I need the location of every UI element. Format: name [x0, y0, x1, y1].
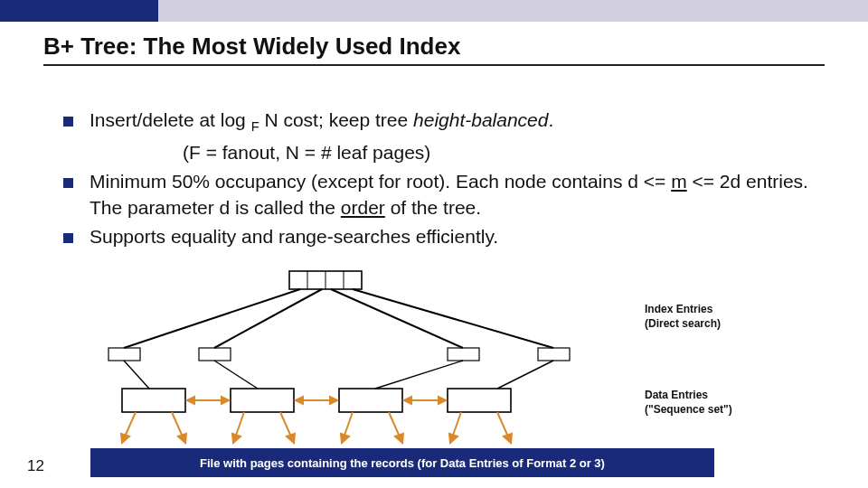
text-line: Index Entries	[645, 303, 712, 315]
page-title: B+ Tree: The Most Widely Used Index	[43, 33, 825, 66]
svg-marker-21	[222, 397, 229, 404]
svg-line-5	[214, 289, 322, 348]
bullet-square-icon	[63, 178, 73, 188]
text-fragment: N cost; keep tree	[259, 109, 413, 130]
svg-marker-38	[341, 434, 349, 443]
svg-marker-32	[178, 434, 186, 443]
svg-line-15	[497, 361, 553, 389]
subscript: F	[251, 119, 259, 134]
svg-rect-16	[122, 389, 185, 412]
underline-text: m	[671, 171, 687, 192]
bullet-square-icon	[63, 117, 73, 127]
indented-note: (F = fanout, N = # leaf pages)	[183, 140, 832, 165]
svg-marker-22	[187, 397, 194, 404]
bullet-square-icon	[63, 233, 73, 243]
svg-marker-44	[504, 434, 512, 443]
text-fragment: of the tree.	[385, 197, 481, 218]
svg-line-14	[375, 361, 463, 389]
bullet-list: Insert/delete at log F N cost; keep tree…	[0, 71, 868, 249]
text-fragment: .	[548, 109, 553, 130]
svg-line-12	[124, 361, 149, 389]
bullet-item: Supports equality and range-searches eff…	[63, 224, 832, 249]
text-fragment: Minimum 50% occupancy (except for root).…	[90, 171, 671, 192]
bullet-item: Insert/delete at log F N cost; keep tree…	[63, 108, 832, 136]
svg-line-4	[124, 289, 300, 348]
svg-line-13	[214, 361, 258, 389]
svg-marker-25	[296, 397, 303, 404]
svg-marker-34	[232, 434, 241, 443]
bullet-text: Supports equality and range-searches eff…	[90, 224, 498, 249]
svg-rect-10	[448, 348, 479, 361]
text-fragment: Insert/delete at log	[90, 109, 251, 130]
label-data-entries: Data Entries ("Sequence set")	[645, 389, 732, 417]
title-area: B+ Tree: The Most Widely Used Index	[0, 22, 868, 71]
svg-marker-30	[121, 434, 129, 443]
header-blue-block	[0, 0, 158, 22]
svg-rect-17	[231, 389, 294, 412]
svg-marker-27	[439, 397, 446, 404]
svg-rect-18	[339, 389, 402, 412]
underline-text: order	[341, 197, 385, 218]
svg-marker-28	[404, 397, 411, 404]
svg-line-7	[353, 289, 553, 348]
svg-marker-24	[330, 397, 337, 404]
italic-text: height-balanced	[413, 109, 548, 130]
svg-rect-19	[448, 389, 511, 412]
svg-marker-40	[395, 434, 403, 443]
footer-bar: File with pages containing the records (…	[90, 448, 714, 477]
svg-rect-8	[108, 348, 140, 361]
bullet-text: Minimum 50% occupancy (except for root).…	[90, 169, 832, 221]
text-line: ("Sequence set")	[645, 403, 732, 416]
bullet-text: Insert/delete at log F N cost; keep tree…	[90, 108, 553, 136]
bullet-item: Minimum 50% occupancy (except for root).…	[63, 169, 832, 221]
svg-rect-11	[538, 348, 570, 361]
footer-text: File with pages containing the records (…	[200, 456, 605, 470]
svg-rect-9	[199, 348, 231, 361]
text-line: Data Entries	[645, 389, 708, 401]
page-number: 12	[27, 457, 44, 475]
svg-marker-36	[287, 434, 295, 443]
svg-line-6	[331, 289, 463, 348]
svg-marker-42	[449, 434, 458, 443]
text-line: (Direct search)	[645, 317, 721, 330]
label-index-entries: Index Entries (Direct search)	[645, 303, 721, 331]
